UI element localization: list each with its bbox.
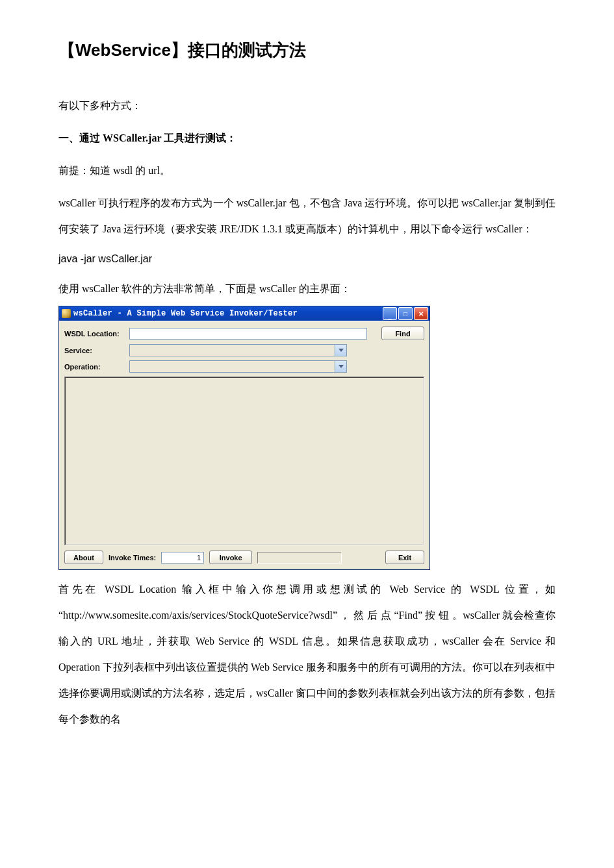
operation-dropdown[interactable] [129, 360, 347, 373]
exit-button[interactable]: Exit [385, 551, 424, 564]
paragraph-instructions: 首先在 WSDL Location 输入框中输入你想调用或想测试的 Web Se… [58, 577, 556, 732]
document-page: 【WebService】接口的测试方法 有以下多种方式： 一、通过 WSCall… [0, 0, 614, 758]
about-button[interactable]: About [64, 551, 103, 564]
invoke-button[interactable]: Invoke [209, 551, 252, 564]
operation-label: Operation: [64, 363, 129, 371]
row-operation: Operation: [64, 360, 424, 373]
invoke-times-label: Invoke Times: [109, 554, 156, 562]
maximize-icon: □ [403, 310, 407, 317]
client-area: WSDL Location: Find Service: Operation: [59, 321, 429, 569]
paragraph-prereq: 前提：知道 wsdl 的 url。 [58, 158, 556, 184]
paragraph-ui-lead: 使用 wsCaller 软件的方法非常简单，下面是 wsCaller 的主界面： [58, 276, 556, 302]
chevron-down-icon [335, 345, 346, 356]
invoke-times-input[interactable] [161, 552, 204, 564]
row-wsdl: WSDL Location: Find [64, 327, 424, 340]
window-controls: _ □ ✕ [383, 307, 428, 320]
titlebar[interactable]: wsCaller - A Simple Web Service Invoker/… [59, 306, 429, 321]
service-dropdown[interactable] [129, 344, 347, 356]
window-title: wsCaller - A Simple Web Service Invoker/… [73, 309, 383, 318]
paragraph-desc: wsCaller 可执行程序的发布方式为一个 wsCaller.jar 包，不包… [58, 190, 556, 242]
minimize-button[interactable]: _ [383, 307, 397, 320]
paragraph-intro: 有以下多种方式： [58, 93, 556, 119]
minimize-icon: _ [388, 312, 392, 319]
wsdl-input[interactable] [129, 328, 367, 340]
status-box [257, 552, 342, 564]
row-service: Service: [64, 344, 424, 356]
bottom-bar: About Invoke Times: Invoke Exit [64, 551, 424, 564]
app-icon [62, 309, 71, 318]
service-label: Service: [64, 347, 129, 354]
wsdl-label: WSDL Location: [64, 330, 129, 338]
wscaller-window: wsCaller - A Simple Web Service Invoker/… [58, 306, 430, 570]
close-icon: ✕ [418, 310, 424, 317]
parameter-list-box[interactable] [64, 377, 424, 545]
find-button[interactable]: Find [381, 327, 424, 340]
section-heading-1: 一、通过 WSCaller.jar 工具进行测试： [58, 125, 556, 151]
close-button[interactable]: ✕ [414, 307, 428, 320]
maximize-button[interactable]: □ [398, 307, 413, 320]
page-heading: 【WebService】接口的测试方法 [58, 39, 556, 62]
chevron-down-icon [335, 361, 346, 372]
code-line: java -jar wsCaller.jar [58, 249, 556, 269]
